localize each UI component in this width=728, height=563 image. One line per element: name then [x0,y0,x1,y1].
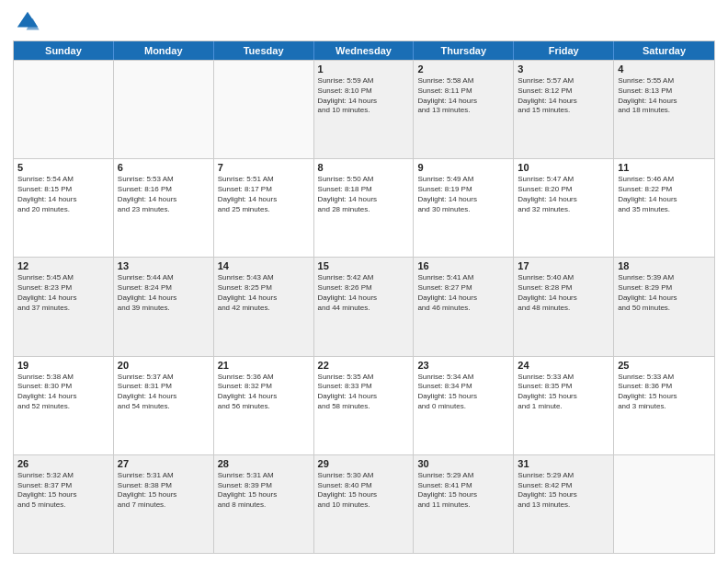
day-number: 6 [118,162,210,173]
table-row: 23Sunrise: 5:34 AM Sunset: 8:34 PM Dayli… [414,357,514,454]
header-thursday: Thursday [414,41,514,60]
calendar-row-1: 5Sunrise: 5:54 AM Sunset: 8:15 PM Daylig… [14,158,714,257]
day-number: 5 [17,162,109,173]
day-number: 19 [17,360,109,371]
table-row: 22Sunrise: 5:35 AM Sunset: 8:33 PM Dayli… [314,357,415,454]
cell-info: Sunrise: 5:31 AM Sunset: 8:38 PM Dayligh… [118,471,210,511]
cell-info: Sunrise: 5:33 AM Sunset: 8:35 PM Dayligh… [518,373,609,412]
cell-info: Sunrise: 5:55 AM Sunset: 8:13 PM Dayligh… [618,76,711,116]
table-row: 10Sunrise: 5:47 AM Sunset: 8:20 PM Dayli… [514,159,614,257]
header-saturday: Saturday [614,41,714,60]
day-number: 2 [417,63,509,75]
table-row: 3Sunrise: 5:57 AM Sunset: 8:12 PM Daylig… [514,61,614,158]
table-row [14,61,114,158]
cell-info: Sunrise: 5:30 AM Sunset: 8:40 PM Dayligh… [318,471,410,511]
day-number: 12 [17,260,109,271]
cell-info: Sunrise: 5:33 AM Sunset: 8:36 PM Dayligh… [618,373,711,412]
cell-info: Sunrise: 5:40 AM Sunset: 8:28 PM Dayligh… [518,273,609,313]
cell-info: Sunrise: 5:36 AM Sunset: 8:32 PM Dayligh… [218,373,310,412]
table-row: 14Sunrise: 5:43 AM Sunset: 8:25 PM Dayli… [214,258,314,355]
cell-info: Sunrise: 5:29 AM Sunset: 8:42 PM Dayligh… [518,471,609,511]
day-number: 4 [618,63,711,75]
day-number: 17 [518,260,609,271]
table-row: 4Sunrise: 5:55 AM Sunset: 8:13 PM Daylig… [614,61,714,158]
table-row: 28Sunrise: 5:31 AM Sunset: 8:39 PM Dayli… [214,455,314,553]
day-number: 30 [417,458,509,469]
header-monday: Monday [114,41,214,60]
day-number: 23 [417,360,509,371]
cell-info: Sunrise: 5:39 AM Sunset: 8:29 PM Dayligh… [618,273,711,313]
table-row: 24Sunrise: 5:33 AM Sunset: 8:35 PM Dayli… [514,357,614,454]
day-number: 27 [118,458,210,469]
table-row: 29Sunrise: 5:30 AM Sunset: 8:40 PM Dayli… [314,455,415,553]
day-number: 21 [218,360,310,371]
table-row: 30Sunrise: 5:29 AM Sunset: 8:41 PM Dayli… [414,455,514,553]
day-number: 25 [618,360,711,371]
cell-info: Sunrise: 5:50 AM Sunset: 8:18 PM Dayligh… [318,175,410,214]
table-row: 26Sunrise: 5:32 AM Sunset: 8:37 PM Dayli… [14,455,114,553]
cell-info: Sunrise: 5:32 AM Sunset: 8:37 PM Dayligh… [17,471,109,511]
calendar-row-0: 1Sunrise: 5:59 AM Sunset: 8:10 PM Daylig… [14,60,714,158]
table-row: 15Sunrise: 5:42 AM Sunset: 8:26 PM Dayli… [314,258,415,355]
cell-info: Sunrise: 5:51 AM Sunset: 8:17 PM Dayligh… [218,175,310,214]
day-number: 26 [17,458,109,469]
header-wednesday: Wednesday [314,41,415,60]
cell-info: Sunrise: 5:41 AM Sunset: 8:27 PM Dayligh… [417,273,509,313]
table-row: 27Sunrise: 5:31 AM Sunset: 8:38 PM Dayli… [114,455,214,553]
day-number: 29 [318,458,410,469]
cell-info: Sunrise: 5:59 AM Sunset: 8:10 PM Dayligh… [318,76,410,116]
table-row [214,61,314,158]
cell-info: Sunrise: 5:38 AM Sunset: 8:30 PM Dayligh… [17,373,109,412]
cell-info: Sunrise: 5:37 AM Sunset: 8:31 PM Dayligh… [118,373,210,412]
table-row [114,61,214,158]
day-number: 31 [518,458,609,469]
cell-info: Sunrise: 5:46 AM Sunset: 8:22 PM Dayligh… [618,175,711,214]
cell-info: Sunrise: 5:43 AM Sunset: 8:25 PM Dayligh… [218,273,310,313]
table-row: 2Sunrise: 5:58 AM Sunset: 8:11 PM Daylig… [414,61,514,158]
calendar-header: Sunday Monday Tuesday Wednesday Thursday… [14,41,714,60]
calendar-row-3: 19Sunrise: 5:38 AM Sunset: 8:30 PM Dayli… [14,356,714,454]
table-row: 25Sunrise: 5:33 AM Sunset: 8:36 PM Dayli… [614,357,714,454]
cell-info: Sunrise: 5:45 AM Sunset: 8:23 PM Dayligh… [17,273,109,313]
cell-info: Sunrise: 5:54 AM Sunset: 8:15 PM Dayligh… [17,175,109,214]
header-sunday: Sunday [14,41,114,60]
table-row [614,455,714,553]
cell-info: Sunrise: 5:57 AM Sunset: 8:12 PM Dayligh… [518,76,609,116]
cell-info: Sunrise: 5:29 AM Sunset: 8:41 PM Dayligh… [417,471,509,511]
cell-info: Sunrise: 5:34 AM Sunset: 8:34 PM Dayligh… [417,373,509,412]
cell-info: Sunrise: 5:42 AM Sunset: 8:26 PM Dayligh… [318,273,410,313]
table-row: 9Sunrise: 5:49 AM Sunset: 8:19 PM Daylig… [414,159,514,257]
day-number: 9 [417,162,509,173]
logo [13,9,40,35]
day-number: 20 [118,360,210,371]
table-row: 20Sunrise: 5:37 AM Sunset: 8:31 PM Dayli… [114,357,214,454]
header [13,9,715,35]
calendar: Sunday Monday Tuesday Wednesday Thursday… [13,40,715,554]
day-number: 22 [318,360,410,371]
day-number: 11 [618,162,711,173]
cell-info: Sunrise: 5:35 AM Sunset: 8:33 PM Dayligh… [318,373,410,412]
cell-info: Sunrise: 5:49 AM Sunset: 8:19 PM Dayligh… [417,175,509,214]
header-friday: Friday [514,41,614,60]
calendar-body: 1Sunrise: 5:59 AM Sunset: 8:10 PM Daylig… [14,60,714,553]
day-number: 18 [618,260,711,271]
table-row: 1Sunrise: 5:59 AM Sunset: 8:10 PM Daylig… [314,61,415,158]
cell-info: Sunrise: 5:31 AM Sunset: 8:39 PM Dayligh… [218,471,310,511]
table-row: 12Sunrise: 5:45 AM Sunset: 8:23 PM Dayli… [14,258,114,355]
day-number: 14 [218,260,310,271]
table-row: 21Sunrise: 5:36 AM Sunset: 8:32 PM Dayli… [214,357,314,454]
table-row: 5Sunrise: 5:54 AM Sunset: 8:15 PM Daylig… [14,159,114,257]
day-number: 8 [318,162,410,173]
page: Sunday Monday Tuesday Wednesday Thursday… [0,0,728,563]
table-row: 17Sunrise: 5:40 AM Sunset: 8:28 PM Dayli… [514,258,614,355]
day-number: 10 [518,162,609,173]
table-row: 19Sunrise: 5:38 AM Sunset: 8:30 PM Dayli… [14,357,114,454]
table-row: 6Sunrise: 5:53 AM Sunset: 8:16 PM Daylig… [114,159,214,257]
day-number: 15 [318,260,410,271]
table-row: 18Sunrise: 5:39 AM Sunset: 8:29 PM Dayli… [614,258,714,355]
header-tuesday: Tuesday [214,41,314,60]
day-number: 7 [218,162,310,173]
day-number: 3 [518,63,609,75]
table-row: 13Sunrise: 5:44 AM Sunset: 8:24 PM Dayli… [114,258,214,355]
calendar-row-4: 26Sunrise: 5:32 AM Sunset: 8:37 PM Dayli… [14,454,714,553]
